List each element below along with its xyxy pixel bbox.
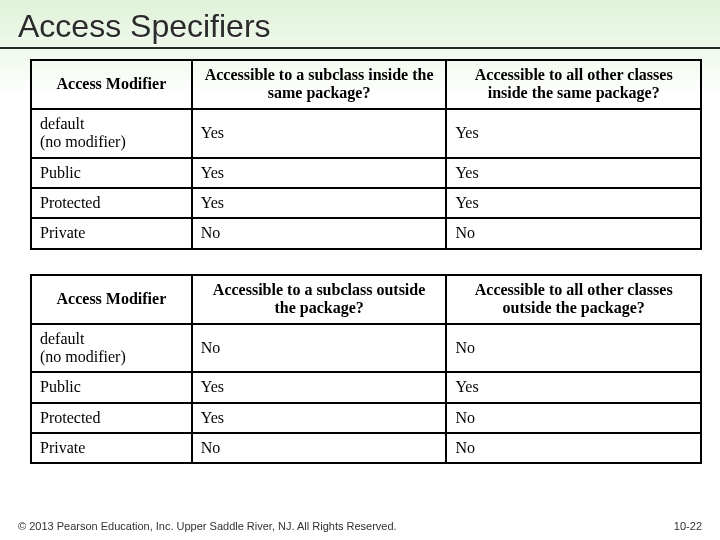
table-row: Private No No <box>31 433 701 463</box>
access-table-2: Access Modifier Accessible to a subclass… <box>30 274 702 465</box>
cell: default(no modifier) <box>31 324 192 373</box>
title-underline <box>0 47 720 49</box>
cell: No <box>192 433 447 463</box>
cell: No <box>446 433 701 463</box>
col-header: Access Modifier <box>31 275 192 324</box>
table-row: default(no modifier) No No <box>31 324 701 373</box>
cell: Protected <box>31 403 192 433</box>
cell: Yes <box>192 109 447 158</box>
table-row: default(no modifier) Yes Yes <box>31 109 701 158</box>
col-header: Accessible to a subclass outside the pac… <box>192 275 447 324</box>
cell: Yes <box>446 158 701 188</box>
cell: Yes <box>446 188 701 218</box>
cell: default(no modifier) <box>31 109 192 158</box>
cell: Yes <box>192 158 447 188</box>
table-row: Protected Yes Yes <box>31 188 701 218</box>
copyright-text: © 2013 Pearson Education, Inc. Upper Sad… <box>18 520 397 532</box>
cell: No <box>446 324 701 373</box>
col-header: Accessible to all other classes outside … <box>446 275 701 324</box>
page-title: Access Specifiers <box>0 0 720 47</box>
col-header: Accessible to a subclass inside the same… <box>192 60 447 109</box>
page-number: 10-22 <box>674 520 702 532</box>
table-header-row: Access Modifier Accessible to a subclass… <box>31 60 701 109</box>
table-2-wrap: Access Modifier Accessible to a subclass… <box>0 274 720 475</box>
table-row: Private No No <box>31 218 701 248</box>
table-row: Public Yes Yes <box>31 158 701 188</box>
table-header-row: Access Modifier Accessible to a subclass… <box>31 275 701 324</box>
table-1-wrap: Access Modifier Accessible to a subclass… <box>0 59 720 260</box>
cell: Yes <box>446 372 701 402</box>
cell: Yes <box>446 109 701 158</box>
cell: Public <box>31 372 192 402</box>
cell: Private <box>31 433 192 463</box>
cell: Yes <box>192 403 447 433</box>
col-header: Accessible to all other classes inside t… <box>446 60 701 109</box>
col-header: Access Modifier <box>31 60 192 109</box>
table-row: Public Yes Yes <box>31 372 701 402</box>
cell: No <box>446 403 701 433</box>
cell: No <box>192 218 447 248</box>
cell: Protected <box>31 188 192 218</box>
spacer <box>0 260 720 274</box>
cell: Public <box>31 158 192 188</box>
access-table-1: Access Modifier Accessible to a subclass… <box>30 59 702 250</box>
footer: © 2013 Pearson Education, Inc. Upper Sad… <box>18 520 702 532</box>
table-row: Protected Yes No <box>31 403 701 433</box>
cell: Private <box>31 218 192 248</box>
cell: Yes <box>192 372 447 402</box>
cell: Yes <box>192 188 447 218</box>
cell: No <box>192 324 447 373</box>
cell: No <box>446 218 701 248</box>
